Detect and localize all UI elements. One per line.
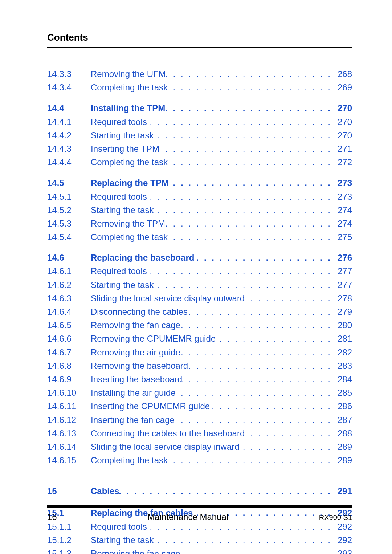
toc-entry-number: 14.6.13 <box>47 427 91 440</box>
toc-entry[interactable]: 14.3.3Removing the UFM. . . . . . . . . … <box>47 67 352 81</box>
toc-entry-number: 15.1.2 <box>47 533 91 547</box>
toc-entry-leader: . . . . . . . . . . . . . . . . . . . . … <box>165 217 334 230</box>
toc-entry[interactable]: 14.5.2Starting the task. . . . . . . . .… <box>47 203 352 217</box>
toc-entry-page: 283 <box>334 359 352 372</box>
toc-entry-page: 289 <box>334 453 352 467</box>
toc-entry-number: 14.5.4 <box>47 230 91 244</box>
toc-entry[interactable]: 14.6.13Connecting the cables to the base… <box>47 427 352 440</box>
toc-entry[interactable]: 14.4.4Completing the task. . . . . . . .… <box>47 155 352 169</box>
toc-entry-page: 273 <box>334 176 352 190</box>
toc-entry-number: 14.6 <box>47 251 91 264</box>
toc-entry[interactable]: 14.6.1Required tools. . . . . . . . . . … <box>47 264 352 278</box>
toc-entry[interactable]: 14.6.11Inserting the CPUMEMR guide. . . … <box>47 399 352 413</box>
toc-entry-number: 14.6.9 <box>47 372 91 386</box>
toc-entry-title: Completing the task <box>91 230 168 244</box>
toc-entry-leader: . . . . . . . . . . . . . . . . . . . . … <box>180 547 334 554</box>
toc-entry[interactable]: 14.4Installing the TPM. . . . . . . . . … <box>47 101 352 115</box>
toc-entry-leader: . . . . . . . . . . . . . . . . . . . . … <box>169 176 334 190</box>
toc-entry-leader: . . . . . . . . . . . . . . . . . . . . … <box>210 399 334 413</box>
footer-rule-thin <box>47 505 352 506</box>
toc-entry[interactable]: 14.4.2Starting the task. . . . . . . . .… <box>47 129 352 142</box>
toc-entry-leader: . . . . . . . . . . . . . . . . . . . . … <box>188 359 334 372</box>
toc-entry-title: Sliding the local service display inward <box>91 440 240 453</box>
toc-entry-title: Replacing the TPM <box>91 176 169 190</box>
toc-entry[interactable]: 15.1.2Starting the task. . . . . . . . .… <box>47 533 352 547</box>
toc-entry-number: 14.4.1 <box>47 115 91 129</box>
header-rule-thick <box>47 47 352 48</box>
toc-entry[interactable]: 15Cables. . . . . . . . . . . . . . . . … <box>47 484 352 498</box>
toc-entry-page: 293 <box>334 547 352 554</box>
toc-entry-number: 14.6.14 <box>47 440 91 453</box>
toc-entry-page: 284 <box>334 372 352 386</box>
toc-entry[interactable]: 15.1.3Removing the fan cage. . . . . . .… <box>47 547 352 554</box>
toc-entry[interactable]: 14.6.2Starting the task. . . . . . . . .… <box>47 278 352 292</box>
toc-entry-leader: . . . . . . . . . . . . . . . . . . . . … <box>154 129 334 142</box>
toc-entry[interactable]: 14.6.5Removing the fan cage. . . . . . .… <box>47 318 352 332</box>
toc-entry-number: 14.6.15 <box>47 453 91 467</box>
toc-entry-page: 288 <box>334 427 352 440</box>
toc-entry-page: 269 <box>334 81 352 94</box>
toc-entry-page: 279 <box>334 305 352 318</box>
toc-entry-title: Completing the task <box>91 453 168 467</box>
toc-entry-leader: . . . . . . . . . . . . . . . . . . . . … <box>168 155 334 169</box>
toc-entry[interactable]: 14.6.6Removing the CPUMEMR guide. . . . … <box>47 332 352 345</box>
toc-entry[interactable]: 14.6.12Inserting the fan cage. . . . . .… <box>47 413 352 427</box>
toc-entry-leader: . . . . . . . . . . . . . . . . . . . . … <box>240 440 334 453</box>
toc-entry-page: 278 <box>334 292 352 305</box>
toc-entry-leader: . . . . . . . . . . . . . . . . . . . . … <box>147 115 334 129</box>
page: Contents 14.3.3Removing the UFM. . . . .… <box>0 0 392 554</box>
toc-entry-title: Inserting the baseboard <box>91 372 182 386</box>
toc-entry-number: 14.6.5 <box>47 318 91 332</box>
toc-entry-title: Removing the fan cage <box>91 547 180 554</box>
toc-entry-title: Required tools <box>91 264 147 278</box>
toc-entry[interactable]: 14.6.7Removing the air guide. . . . . . … <box>47 346 352 359</box>
toc-entry-leader: . . . . . . . . . . . . . . . . . . . . … <box>245 427 334 440</box>
toc-entry-page: 285 <box>334 386 352 399</box>
toc-entry-title: Completing the task <box>91 81 168 94</box>
toc-entry[interactable]: 14.6Replacing the baseboard. . . . . . .… <box>47 251 352 264</box>
toc-entry-page: 289 <box>334 440 352 453</box>
toc-entry[interactable]: 14.5.4Completing the task. . . . . . . .… <box>47 230 352 244</box>
toc-entry[interactable]: 14.6.10Installing the air guide. . . . .… <box>47 386 352 399</box>
toc-entry-page: 270 <box>334 129 352 142</box>
toc-section: 14.4Installing the TPM. . . . . . . . . … <box>47 101 352 169</box>
toc-section: 14.6Replacing the baseboard. . . . . . .… <box>47 251 352 467</box>
toc-entry[interactable]: 14.6.3Sliding the local service display … <box>47 292 352 305</box>
toc-entry-page: 273 <box>334 190 352 203</box>
toc-entry-page: 282 <box>334 346 352 359</box>
toc-entry-leader: . . . . . . . . . . . . . . . . . . . . … <box>154 203 334 217</box>
toc-entry[interactable]: 14.3.4Completing the task. . . . . . . .… <box>47 81 352 94</box>
toc-entry-title: Replacing the baseboard <box>91 251 194 264</box>
toc-entry-page: 274 <box>334 217 352 230</box>
toc-entry-leader: . . . . . . . . . . . . . . . . . . . . … <box>175 413 334 427</box>
toc-entry-leader: . . . . . . . . . . . . . . . . . . . . … <box>175 386 334 399</box>
footer-page-number: 16 <box>47 512 57 522</box>
toc-entry-number: 14.3.3 <box>47 67 91 81</box>
toc-entry[interactable]: 14.6.14Sliding the local service display… <box>47 440 352 453</box>
toc-entry-leader: . . . . . . . . . . . . . . . . . . . . … <box>154 278 334 292</box>
toc-entry-leader: . . . . . . . . . . . . . . . . . . . . … <box>180 318 334 332</box>
toc-entry-title: Starting the task <box>91 533 154 547</box>
toc-entry-page: 281 <box>334 332 352 345</box>
toc-entry[interactable]: 14.4.1Required tools. . . . . . . . . . … <box>47 115 352 129</box>
toc-entry[interactable]: 14.5Replacing the TPM. . . . . . . . . .… <box>47 176 352 190</box>
toc-entry[interactable]: 14.6.9Inserting the baseboard. . . . . .… <box>47 372 352 386</box>
toc-entry[interactable]: 14.5.1Required tools. . . . . . . . . . … <box>47 190 352 203</box>
toc-entry-number: 14.4.3 <box>47 142 91 155</box>
toc-entry[interactable]: 14.6.4Disconnecting the cables. . . . . … <box>47 305 352 318</box>
toc-entry[interactable]: 14.6.15Completing the task. . . . . . . … <box>47 453 352 467</box>
toc-entry-title: Completing the task <box>91 155 168 169</box>
toc-section: 14.3.3Removing the UFM. . . . . . . . . … <box>47 67 352 94</box>
toc-entry[interactable]: 14.6.8Removing the baseboard. . . . . . … <box>47 359 352 372</box>
toc-entry-number: 14.6.7 <box>47 346 91 359</box>
toc-entry-page: 287 <box>334 413 352 427</box>
toc-entry-title: Disconnecting the cables <box>91 305 188 318</box>
toc-entry-title: Required tools <box>91 115 147 129</box>
toc-entry-number: 14.6.12 <box>47 413 91 427</box>
toc-entry-leader: . . . . . . . . . . . . . . . . . . . . … <box>147 264 334 278</box>
toc-entry-title: Connecting the cables to the baseboard <box>91 427 245 440</box>
toc-entry[interactable]: 14.5.3Removing the TPM. . . . . . . . . … <box>47 217 352 230</box>
toc-entry-leader: . . . . . . . . . . . . . . . . . . . . … <box>245 292 334 305</box>
toc-entry-title: Inserting the fan cage <box>91 413 175 427</box>
toc-entry[interactable]: 14.4.3Inserting the TPM. . . . . . . . .… <box>47 142 352 155</box>
